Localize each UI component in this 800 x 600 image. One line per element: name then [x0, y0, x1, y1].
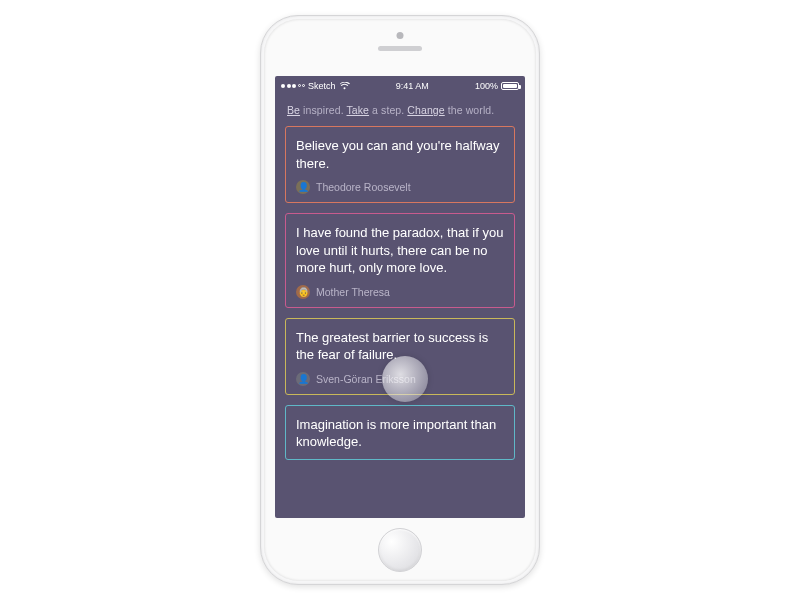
- home-button[interactable]: [378, 528, 422, 572]
- status-bar: Sketch 9:41 AM 100%: [275, 78, 525, 94]
- quote-text: I have found the paradox, that if you lo…: [296, 224, 504, 277]
- author-name: Sven-Göran Eriksson: [316, 373, 416, 385]
- tagline-word-take: Take: [346, 104, 369, 116]
- tagline-word-change: Change: [407, 104, 444, 116]
- earpiece-speaker: [378, 46, 422, 51]
- quote-card[interactable]: Believe you can and you're halfway there…: [285, 126, 515, 203]
- wifi-icon: [339, 82, 350, 90]
- quote-card[interactable]: Imagination is more important than knowl…: [285, 405, 515, 460]
- author-name: Mother Theresa: [316, 286, 390, 298]
- quote-author-row: 👤 Sven-Göran Eriksson: [296, 372, 504, 386]
- avatar: 👵: [296, 285, 310, 299]
- iphone-frame: Sketch 9:41 AM 100% Be inspired. Take a …: [260, 15, 540, 585]
- signal-dots-icon: [281, 84, 305, 88]
- battery-pct: 100%: [475, 81, 498, 91]
- author-name: Theodore Roosevelt: [316, 181, 411, 193]
- status-time: 9:41 AM: [396, 81, 429, 91]
- quote-list[interactable]: Believe you can and you're halfway there…: [275, 126, 525, 470]
- quote-text: Imagination is more important than knowl…: [296, 416, 504, 451]
- avatar: 👤: [296, 180, 310, 194]
- tagline-word-be: Be: [287, 104, 300, 116]
- carrier-label: Sketch: [308, 81, 336, 91]
- front-camera: [397, 32, 404, 39]
- quote-card[interactable]: The greatest barrier to success is the f…: [285, 318, 515, 395]
- status-left: Sketch: [281, 81, 350, 91]
- quote-author-row: 👤 Theodore Roosevelt: [296, 180, 504, 194]
- quote-card[interactable]: I have found the paradox, that if you lo…: [285, 213, 515, 308]
- phone-screen: Sketch 9:41 AM 100% Be inspired. Take a …: [275, 76, 525, 518]
- status-right: 100%: [475, 81, 519, 91]
- quote-author-row: 👵 Mother Theresa: [296, 285, 504, 299]
- avatar: 👤: [296, 372, 310, 386]
- quote-text: Believe you can and you're halfway there…: [296, 137, 504, 172]
- battery-icon: [501, 82, 519, 90]
- app-tagline: Be inspired. Take a step. Change the wor…: [275, 94, 525, 126]
- quote-text: The greatest barrier to success is the f…: [296, 329, 504, 364]
